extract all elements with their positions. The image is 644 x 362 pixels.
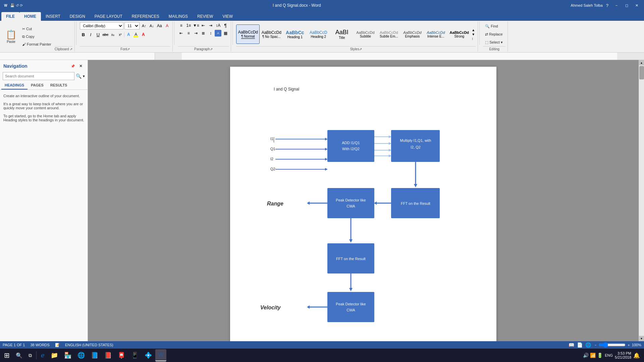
zoom-in-button[interactable]: ＋ [627, 343, 631, 348]
numbering-button[interactable]: 1≡ [185, 22, 192, 29]
zoom-slider[interactable] [599, 342, 626, 348]
style-normal[interactable]: AaBbCcDd ¶ Normal [236, 24, 260, 44]
cut-button[interactable]: ✂ Cut [20, 25, 53, 33]
find-button[interactable]: 🔍 Find [483, 22, 505, 30]
scroll-up-button[interactable]: ▲ [639, 60, 644, 65]
scroll-thumb[interactable] [639, 66, 644, 79]
start-button[interactable]: ⊞ [1, 349, 12, 361]
document-page[interactable]: I and Q Signal @keyframes blink{50%{opac… [230, 67, 496, 341]
superscript-button[interactable]: x² [117, 31, 123, 38]
tab-home[interactable]: HOME [19, 12, 41, 21]
explorer-button[interactable]: 📁 [48, 349, 61, 361]
increase-indent-button[interactable]: ⇥ [207, 22, 214, 29]
style-heading2[interactable]: AaBbCcD Heading 2 [307, 24, 330, 44]
justify-button[interactable]: ≣ [200, 30, 207, 37]
underline-button[interactable]: U [95, 31, 101, 38]
align-right-button[interactable]: ⇥ [193, 30, 199, 37]
replace-button[interactable]: ⇄ Replace [483, 31, 505, 38]
restore-button[interactable]: ◻ [622, 2, 631, 9]
zoom-out-button[interactable]: － [594, 343, 597, 348]
tab-file[interactable]: FILE [1, 12, 19, 21]
font-color-button[interactable]: A [140, 31, 147, 38]
grow-font-button[interactable]: A↑ [141, 22, 147, 29]
app2-button[interactable]: 📕 [102, 349, 114, 361]
paste-button[interactable]: 📋 Paste [3, 27, 19, 46]
tab-references[interactable]: REFERENCES [127, 12, 164, 21]
copy-button[interactable]: ⧉ Copy [20, 33, 53, 40]
align-center-button[interactable]: ≡ [185, 30, 192, 37]
tab-design[interactable]: DESIGN [65, 12, 90, 21]
read-mode-button[interactable]: 📖 [569, 342, 574, 348]
font-family-select[interactable]: Calibri (Body) [80, 22, 123, 29]
search-input[interactable] [3, 72, 74, 80]
text-highlight-button[interactable]: A [132, 31, 139, 38]
shrink-font-button[interactable]: A↓ [148, 22, 155, 29]
style-intense-e[interactable]: AaBbCcDd Intense E... [424, 24, 447, 44]
bullets-button[interactable]: ≡ [178, 22, 184, 29]
store-button[interactable]: 🏪 [61, 349, 74, 361]
style-title[interactable]: AaBI Title [330, 24, 354, 44]
scroll-down-button[interactable]: ▼ [639, 336, 644, 341]
subscript-button[interactable]: x₂ [109, 31, 116, 38]
web-layout-button[interactable]: 🌐 [585, 342, 591, 348]
app5-button[interactable]: 💠 [142, 349, 155, 361]
tab-mailings[interactable]: MAILINGS [164, 12, 193, 21]
print-layout-button[interactable]: 📄 [577, 342, 583, 348]
tab-view[interactable]: VIEW [218, 12, 237, 21]
nav-tab-headings[interactable]: HEADINGS [1, 81, 28, 89]
nav-close-button[interactable]: ✕ [77, 63, 84, 69]
style-heading1[interactable]: AaBbCc Heading 1 [283, 24, 307, 44]
app1-button[interactable]: 📘 [88, 349, 101, 361]
sort-button[interactable]: ↕A [215, 22, 221, 29]
bold-button[interactable]: B [80, 31, 87, 38]
shading-button[interactable]: A [215, 30, 221, 37]
text-effects-button[interactable]: A [125, 31, 132, 38]
paragraph-expand-icon[interactable]: ⇗ [210, 47, 213, 51]
notification-button[interactable]: 🔔 [633, 352, 640, 359]
tab-page-layout[interactable]: PAGE LAYOUT [90, 12, 127, 21]
style-no-spacing[interactable]: AaBbCcDd ¶ No Spac... [260, 24, 283, 44]
help-icon[interactable]: ? [606, 3, 608, 8]
nav-pin-button[interactable]: 📌 [69, 63, 76, 69]
multilevel-button[interactable]: ▼≡ [193, 22, 199, 29]
clipboard-expand-icon[interactable]: ⇗ [70, 47, 72, 51]
show-marks-button[interactable]: ¶ [222, 22, 229, 29]
search-button[interactable]: 🔍 [13, 349, 25, 361]
align-left-button[interactable]: ⇤ [178, 30, 184, 37]
nav-tab-results[interactable]: RESULTS [47, 81, 71, 89]
word-taskbar-button[interactable]: W [155, 349, 166, 361]
change-case-button[interactable]: Aa [156, 22, 163, 29]
style-strong[interactable]: AaBbCcDd Strong [447, 24, 471, 44]
edge-button[interactable]: ℯ [38, 349, 47, 361]
close-button[interactable]: ✕ [632, 2, 641, 9]
tab-review[interactable]: REVIEW [193, 12, 218, 21]
format-painter-button[interactable]: 🖌 Format Painter [20, 41, 53, 48]
document-area[interactable]: I and Q Signal @keyframes blink{50%{opac… [88, 60, 639, 341]
borders-button[interactable]: ▦ [222, 30, 229, 37]
style-subtle-em[interactable]: AaBbCcDd Subtle Em... [377, 24, 400, 44]
search-button[interactable]: 🔍 [76, 73, 82, 79]
strikethrough-button[interactable]: abc [102, 31, 109, 38]
styles-more[interactable]: ⫶ [472, 37, 475, 41]
decrease-indent-button[interactable]: ⇤ [200, 22, 207, 29]
chrome-button[interactable]: 🌐 [75, 349, 88, 361]
clear-format-button[interactable]: A [164, 22, 170, 29]
search-options-button[interactable]: ▾ [83, 74, 85, 78]
style-subtitle[interactable]: AaBbCcDd Subtitle [354, 24, 377, 44]
right-scrollbar[interactable]: ▲ ▼ [639, 60, 644, 341]
styles-scroll-down[interactable]: ▼ [472, 33, 475, 36]
language-indicator[interactable]: ENGLISH (UNITED STATES) [65, 343, 113, 347]
font-size-select[interactable]: 11 12 14 [124, 22, 140, 29]
tab-insert[interactable]: INSERT [41, 12, 65, 21]
italic-button[interactable]: I [87, 31, 94, 38]
styles-scroll-up[interactable]: ▲ [472, 28, 475, 32]
app3-button[interactable]: 📮 [115, 349, 128, 361]
styles-expand-icon[interactable]: ⇗ [359, 47, 362, 51]
app4-button[interactable]: 📱 [128, 349, 141, 361]
proofing-icon[interactable]: 📝 [55, 343, 60, 347]
nav-tab-pages[interactable]: PAGES [28, 81, 47, 89]
taskbar-icons[interactable]: 🔊 📶 🔋 [583, 353, 603, 358]
line-spacing-button[interactable]: ↕ [207, 30, 214, 37]
task-view-button[interactable]: ⧉ [26, 349, 35, 361]
style-emphasis[interactable]: AaBbCcDd Emphasis [400, 24, 424, 44]
